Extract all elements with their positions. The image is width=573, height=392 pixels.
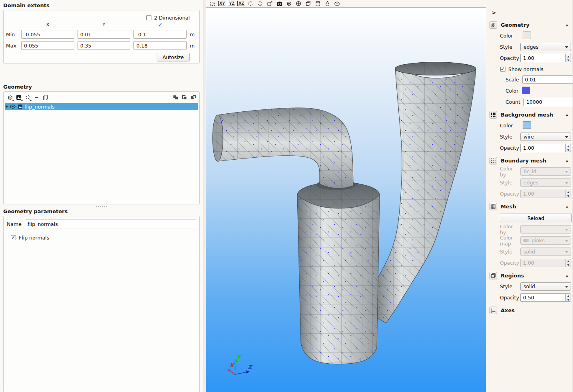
max-unit-label: m [190,43,195,49]
collapse-icon[interactable]: ▲ [565,205,569,208]
show-cone-icon[interactable] [323,0,331,7]
expander-icon[interactable] [6,105,8,108]
geometry-props-title: Geometry [501,22,562,28]
view-xy-icon[interactable]: XY [218,0,226,7]
normals-scale-input[interactable] [522,75,573,84]
mesh-scene: X Y Z [206,8,486,392]
reload-button[interactable]: Reload [500,214,572,222]
boundary-style-label: Style [500,180,520,186]
two-dimensional-checkbox[interactable] [146,15,151,20]
add-geometry-icon[interactable] [6,93,14,101]
duplicate-geometry-icon[interactable] [41,93,50,101]
geometry-opacity-spinner[interactable]: ▲▼ [520,54,571,62]
bg-opacity-label: Opacity [500,145,520,151]
projection-sphere-icon[interactable] [294,0,302,7]
column-z-label: Z [133,22,187,28]
style-label: Style [500,44,520,50]
boolean-subtract-icon[interactable] [189,93,197,101]
show-normals-checkbox[interactable] [500,67,505,72]
fit-geometry-icon[interactable] [285,0,293,7]
rotate-ccw-icon[interactable] [247,0,255,7]
boundary-mesh-header[interactable]: Boundary mesh ▲ [489,156,569,164]
modify-geometry-icon[interactable] [23,93,32,101]
view-xz-icon[interactable]: XZ [237,0,245,7]
panel-resize-handle[interactable] [0,204,203,208]
import-surface-icon[interactable] [14,93,23,101]
regions-header[interactable]: Regions ▲ [489,271,569,279]
show-cube-icon[interactable] [304,0,312,7]
mesh-opacity-spinner: ▲▼ [520,259,571,267]
collapse-icon[interactable]: ▲ [565,113,569,117]
spin-up-icon: ▲ [566,54,571,58]
regions-section-icon[interactable] [489,272,497,279]
regions-style-dropdown[interactable]: solid [520,282,571,291]
collapse-icon[interactable]: ▲ [565,274,569,277]
max-z-input[interactable] [133,41,187,50]
panel-splitter[interactable] [203,0,206,392]
spin-up-icon: ▲ [566,294,571,298]
background-mesh-style-dropdown[interactable]: wire [520,133,571,141]
normals-color-swatch[interactable] [522,87,530,94]
perspective-toggle-icon[interactable] [266,0,274,7]
show-cylinder-icon[interactable] [314,0,322,7]
background-mesh-opacity-spinner[interactable]: ▲▼ [520,144,571,152]
boundary-mesh-title: Boundary mesh [501,158,562,164]
background-mesh-header[interactable]: Background mesh ▲ [489,111,569,119]
mesh-title: Mesh [501,204,562,210]
screenshot-icon[interactable] [275,0,283,7]
remove-geometry-icon[interactable] [32,93,41,101]
max-x-input[interactable] [21,41,74,50]
geometry-list-item[interactable]: flip_normals [5,103,198,110]
flip-normals-checkbox[interactable] [11,235,16,240]
regions-opacity-spinner[interactable]: ▲▼ [520,293,571,302]
viewport-3d[interactable]: X Y Z [206,7,486,392]
axes-section-icon[interactable] [489,307,497,314]
mesh-section-icon[interactable] [489,203,497,210]
boundary-mesh-icon[interactable] [489,157,497,164]
autosize-button[interactable]: Autosize [157,53,190,61]
geometry-color-swatch[interactable] [523,32,531,39]
chevron-down-icon [565,229,568,231]
background-mesh-color-swatch[interactable] [523,121,531,129]
geometry-props-header[interactable]: Geometry ▲ [489,21,569,29]
mesh-color-by-dropdown [520,225,571,234]
two-dimensional-label: 2 Dimensional [154,15,190,21]
min-z-input[interactable] [133,30,187,39]
flip-normals-label: Flip normals [19,235,49,241]
spin-down-icon: ▼ [566,298,571,302]
max-y-input[interactable] [78,41,131,50]
max-row-label: Max [6,43,18,49]
geometry-section-title: Geometry [3,84,200,90]
min-y-input[interactable] [78,30,131,39]
name-input[interactable] [25,220,196,228]
name-label: Name [7,221,22,227]
background-mesh-icon[interactable] [489,111,497,119]
mesh-style-label: Style [500,249,520,255]
show-normals-label: Show normals [508,66,543,72]
count-label: Count [505,99,523,105]
viewport-toolbar: XY YZ XZ [206,0,486,7]
collapse-icon[interactable]: ▲ [565,23,569,27]
min-x-input[interactable] [21,30,74,39]
show-ellipse-icon[interactable] [333,0,341,7]
collapse-icon[interactable]: ▲ [565,159,569,162]
view-yz-icon[interactable]: YZ [227,0,235,7]
boolean-union-icon[interactable] [171,93,180,101]
mesh-header[interactable]: Mesh ▲ [489,202,569,210]
viewport-column: XY YZ XZ [206,0,486,392]
app-window: Domain extents 2 Dimensional X Y Z Min m… [0,0,573,392]
boundary-color-by-label: Color by [500,166,520,178]
boolean-intersect-icon[interactable] [180,93,189,101]
properties-panel: > Geometry ▲ Color Style edges Opacity ▲… [486,0,573,392]
collapse-panel-chevron-icon[interactable]: > [490,10,497,16]
chevron-down-icon [565,240,568,242]
min-row-label: Min [6,32,18,38]
rotate-cw-icon[interactable] [256,0,264,7]
regions-style-label: Style [500,283,520,289]
fit-view-icon[interactable] [208,0,216,7]
geometry-style-dropdown[interactable]: edges [520,43,571,51]
normals-count-input[interactable] [523,98,573,106]
visibility-eye-icon[interactable] [10,105,16,109]
axes-header[interactable]: Axes [489,306,569,314]
geometry-section-icon[interactable] [489,21,497,29]
